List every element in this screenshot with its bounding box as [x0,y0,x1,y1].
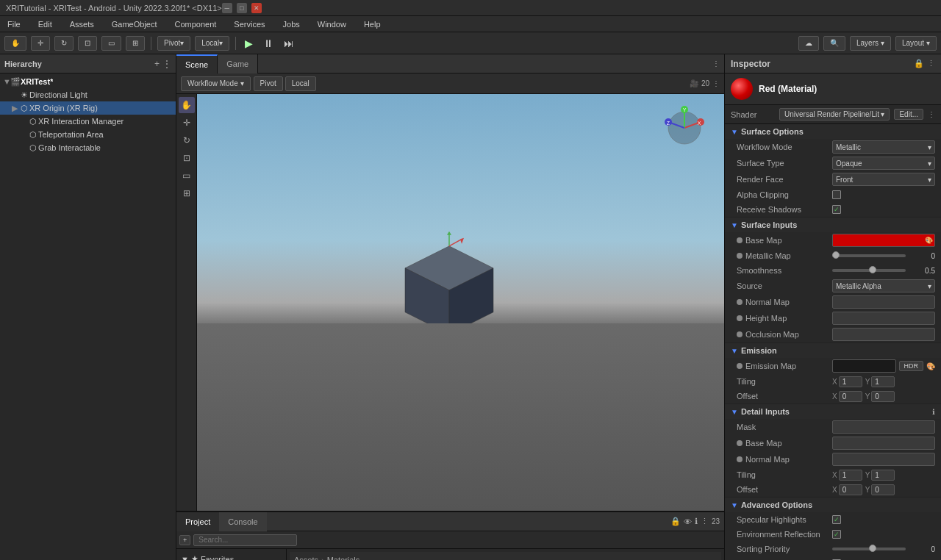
emission-color-swatch[interactable] [832,359,896,373]
tool-move[interactable]: ✛ [179,115,195,131]
menu-services[interactable]: Services [229,18,269,30]
minimize-button[interactable]: ─ [222,3,232,13]
transform-rotate-button[interactable]: ↻ [54,36,74,51]
project-menu-icon[interactable]: ⋮ [701,517,709,526]
normal-map-field[interactable] [832,295,935,309]
specular-highlights-checkbox[interactable] [832,515,841,524]
smoothness-slider-thumb[interactable] [869,266,876,273]
local-button[interactable]: Local ▾ [195,36,229,51]
console-tab[interactable]: Console [219,512,266,531]
transform-hand-button[interactable]: ✋ [4,36,26,51]
detail-inputs-header[interactable]: ▼ Detail Inputs ℹ [725,404,941,419]
detail-base-map-field[interactable] [832,437,935,450]
tool-all[interactable]: ⊞ [179,185,195,201]
detail-offset-x-input[interactable] [839,484,862,495]
search-button[interactable]: 🔍 [823,36,845,51]
collab-button[interactable]: ☁ [798,36,819,51]
hierarchy-add-icon[interactable]: + [154,59,160,69]
shader-more-icon[interactable]: ⋮ [928,110,935,118]
tool-rect[interactable]: ▭ [179,168,195,184]
expand-xr-origin[interactable]: ▶ [12,104,19,113]
base-map-picker-icon[interactable]: 🎨 [925,237,933,244]
pivot-button[interactable]: Pivot ▾ [157,36,190,51]
emission-picker-icon[interactable]: 🎨 [926,362,935,370]
menu-file[interactable]: File [3,18,25,30]
advanced-options-header[interactable]: ▼ Advanced Options [725,498,941,512]
layout-button[interactable]: Layout ▾ [895,36,937,51]
menu-window[interactable]: Window [313,18,351,30]
detail-tiling-x-input[interactable] [839,470,862,481]
alpha-clipping-checkbox[interactable] [832,190,841,199]
hier-item-xritest[interactable]: ▼ 🎬 XRITest* [0,75,176,88]
transform-all-button[interactable]: ⊞ [126,36,145,51]
maximize-button[interactable]: □ [237,3,247,13]
hier-item-xr-origin[interactable]: ▶ ⬡ XR Origin (XR Rig) [0,101,176,115]
menu-help[interactable]: Help [359,18,385,30]
scene-tab[interactable]: Scene [176,54,218,73]
offset-x-input[interactable] [839,391,862,402]
receive-shadows-checkbox[interactable] [832,205,841,214]
hierarchy-menu-icon[interactable]: ⋮ [162,59,171,69]
inspector-lock-icon[interactable]: 🔒 [914,59,924,68]
hier-item-teleportation-area[interactable]: ⬡ Teleportation Area [0,128,176,141]
step-button[interactable]: ⏭ [281,37,297,49]
emission-header[interactable]: ▼ Emission [725,343,941,358]
window-controls[interactable]: ─ □ ✕ [222,3,262,13]
project-search-input[interactable] [193,534,297,546]
create-btn[interactable]: + [179,535,190,545]
detail-mask-field[interactable] [832,420,935,434]
menu-assets[interactable]: Assets [65,18,99,30]
detail-tiling-y-input[interactable] [871,470,895,481]
tiling-x-input[interactable] [839,376,862,387]
inspector-menu-icon[interactable]: ⋮ [927,59,935,68]
project-tab[interactable]: Project [176,512,219,531]
smoothness-slider[interactable] [832,269,906,272]
sorting-priority-slider[interactable] [832,548,906,550]
detail-normal-map-field[interactable] [832,453,935,466]
play-button[interactable]: ▶ [242,37,256,49]
hier-item-grab-interactable[interactable]: ⬡ Grab Interactable [0,141,176,154]
workflow-mode-button[interactable]: Workflow Mode ▾ [181,76,251,91]
scene-options[interactable]: ⋮ [712,60,720,68]
sorting-priority-thumb[interactable] [869,545,876,552]
menu-component[interactable]: Component [170,18,221,30]
game-tab[interactable]: Game [218,54,258,73]
camera-icon[interactable]: 🎥 [690,79,698,87]
expand-xritest[interactable]: ▼ [3,77,10,86]
transform-rect-button[interactable]: ▭ [101,36,121,51]
source-dropdown[interactable]: Metallic Alpha ▾ [832,279,935,292]
shader-value-dropdown[interactable]: Universal Render Pipeline/Lit ▾ [779,108,890,121]
workflow-mode-dropdown[interactable]: Metallic ▾ [832,140,935,154]
metallic-slider[interactable] [832,254,906,257]
breadcrumb-materials[interactable]: Materials [327,556,360,561]
base-map-color-swatch[interactable]: 🎨 [832,234,935,247]
close-button[interactable]: ✕ [251,3,262,13]
metallic-slider-thumb[interactable] [832,251,840,259]
tiling-y-input[interactable] [871,376,895,387]
scene-viewport[interactable]: X Y Z [197,94,724,511]
surface-inputs-header[interactable]: ▼ Surface Inputs [725,218,941,232]
scene-local-button[interactable]: Local [285,76,316,91]
render-face-dropdown[interactable]: Front ▾ [832,173,935,186]
hier-item-xr-interaction-manager[interactable]: ⬡ XR Interaction Manager [0,115,176,128]
menu-jobs[interactable]: Jobs [279,18,304,30]
scene-view-options[interactable]: ⋮ [712,79,720,87]
menu-edit[interactable]: Edit [34,18,57,30]
height-map-field[interactable] [832,312,935,325]
project-info-icon[interactable]: ℹ [695,517,698,526]
favorites-section-title[interactable]: ▼ ★ Favorites [181,553,282,560]
surface-type-dropdown[interactable]: Opaque ▾ [832,157,935,170]
transform-scale-button[interactable]: ⊡ [78,36,97,51]
env-reflection-checkbox[interactable] [832,530,841,539]
transform-move-button[interactable]: ✛ [31,36,50,51]
detail-offset-y-input[interactable] [871,484,895,495]
tool-rotate[interactable]: ↻ [179,132,195,148]
pause-button[interactable]: ⏸ [260,37,276,49]
detail-inputs-info-icon[interactable]: ℹ [932,408,935,416]
menu-gameobject[interactable]: GameObject [107,18,162,30]
tool-scale[interactable]: ⊡ [179,150,195,166]
hdr-button[interactable]: HDR [899,361,924,371]
shader-edit-button[interactable]: Edit... [894,109,923,120]
offset-y-input[interactable] [871,391,895,402]
occlusion-map-field[interactable] [832,328,935,341]
